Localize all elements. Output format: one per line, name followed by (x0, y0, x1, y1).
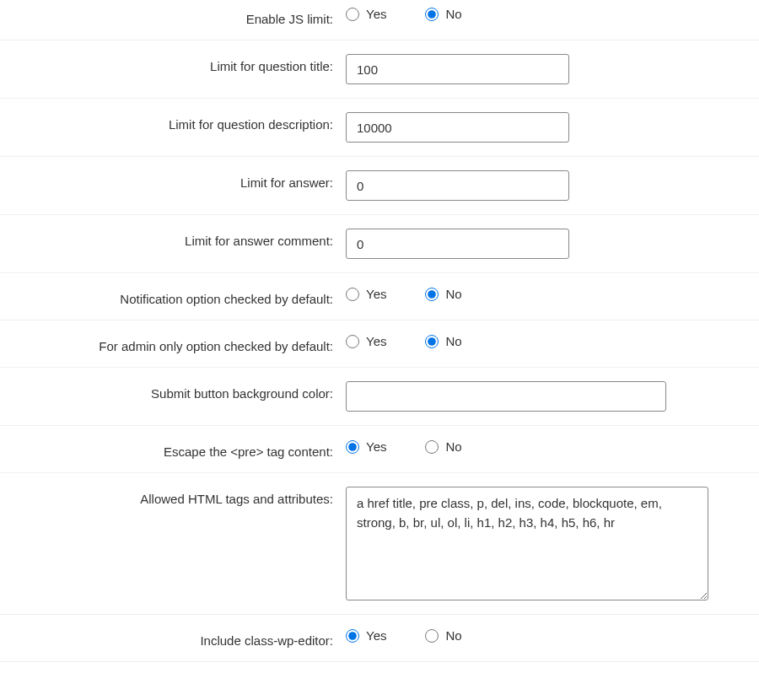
radio-option-no[interactable]: No (425, 7, 461, 21)
radio-label-no: No (445, 334, 461, 348)
settings-row-allowed-html: Allowed HTML tags and attributes: (0, 473, 759, 615)
submit-bg-color-input[interactable] (346, 381, 666, 412)
field-control: YesNo (346, 287, 751, 301)
field-label: Limit for question title: (8, 54, 346, 73)
radio-yes[interactable] (346, 335, 359, 348)
radio-label-yes: Yes (366, 7, 386, 21)
field-label: Limit for answer: (8, 170, 346, 190)
field-label: Enable JS limit: (8, 7, 346, 26)
settings-row-include-wp-editor: Include class-wp-editor:YesNo (0, 615, 759, 662)
radio-option-yes[interactable]: Yes (346, 439, 386, 454)
settings-row-limit-answer: Limit for answer: (0, 157, 759, 215)
radio-label-yes: Yes (366, 287, 386, 301)
settings-row-admin-only-default: For admin only option checked by default… (0, 320, 759, 368)
field-label: Limit for answer comment: (8, 229, 346, 248)
radio-option-no[interactable]: No (425, 334, 461, 348)
radio-yes[interactable] (346, 440, 359, 454)
field-control (346, 112, 751, 143)
radio-option-no[interactable]: No (425, 439, 461, 454)
field-label: Escape the <pre> tag content: (8, 439, 346, 459)
field-control (346, 229, 751, 259)
radio-option-yes[interactable]: Yes (346, 7, 386, 21)
field-control: YesNo (346, 334, 751, 348)
radio-label-no: No (445, 287, 461, 301)
limit-question-description-input[interactable] (346, 112, 569, 143)
field-label: Limit for question description: (8, 112, 346, 132)
field-label: Include class-wp-editor: (8, 628, 346, 648)
radio-option-yes[interactable]: Yes (346, 287, 386, 301)
field-control (346, 54, 751, 84)
radio-yes[interactable] (346, 629, 359, 643)
radio-option-yes[interactable]: Yes (346, 334, 386, 348)
settings-row-limit-question-description: Limit for question description: (0, 99, 759, 157)
radio-label-no: No (445, 628, 461, 643)
limit-question-title-input[interactable] (346, 54, 569, 84)
radio-no[interactable] (425, 440, 439, 454)
limit-answer-input[interactable] (346, 170, 569, 201)
field-control: YesNo (346, 628, 751, 643)
field-control: YesNo (346, 439, 751, 454)
radio-yes[interactable] (346, 288, 359, 301)
radio-no[interactable] (425, 335, 439, 348)
field-control: YesNo (346, 7, 751, 21)
radio-no[interactable] (425, 288, 439, 301)
radio-option-yes[interactable]: Yes (346, 628, 386, 643)
settings-row-limit-question-title: Limit for question title: (0, 40, 759, 99)
settings-row-enable-js-limit: Enable JS limit:YesNo (0, 0, 759, 40)
field-control (346, 381, 751, 412)
settings-row-escape-pre: Escape the <pre> tag content:YesNo (0, 426, 759, 473)
radio-label-yes: Yes (366, 334, 386, 348)
settings-row-limit-answer-comment: Limit for answer comment: (0, 215, 759, 273)
radio-label-yes: Yes (366, 628, 386, 643)
field-control (346, 487, 751, 600)
field-label: For admin only option checked by default… (8, 334, 346, 353)
radio-label-no: No (445, 439, 461, 454)
radio-option-no[interactable]: No (425, 287, 461, 301)
radio-label-yes: Yes (366, 439, 386, 454)
limit-answer-comment-input[interactable] (346, 229, 569, 259)
field-label: Submit button background color: (8, 381, 346, 401)
allowed-html-textarea[interactable] (346, 487, 708, 600)
field-label: Allowed HTML tags and attributes: (8, 487, 346, 506)
radio-yes[interactable] (346, 8, 359, 21)
settings-form: Enable JS limit:YesNoLimit for question … (0, 0, 759, 662)
radio-option-no[interactable]: No (425, 628, 461, 643)
settings-row-notification-default: Notification option checked by default:Y… (0, 273, 759, 320)
field-label: Notification option checked by default: (8, 287, 346, 306)
radio-no[interactable] (425, 629, 439, 643)
radio-no[interactable] (425, 8, 439, 21)
radio-label-no: No (445, 7, 461, 21)
settings-row-submit-bg-color: Submit button background color: (0, 368, 759, 426)
field-control (346, 170, 751, 201)
